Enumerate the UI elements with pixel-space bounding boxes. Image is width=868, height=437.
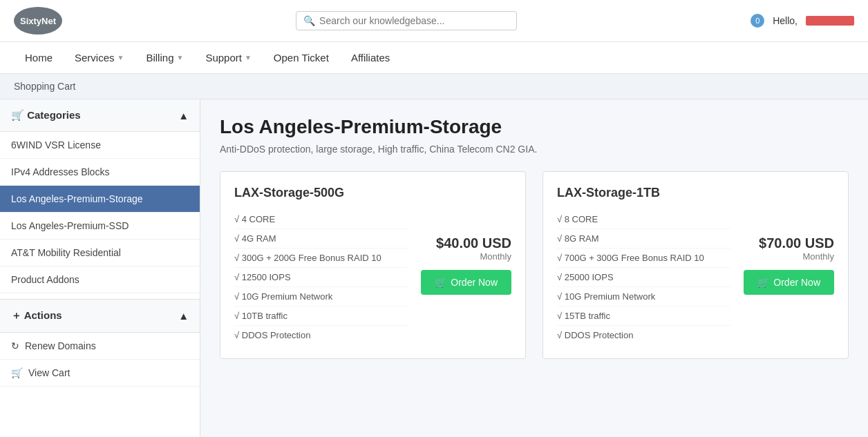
main-nav: Home Services ▼ Billing ▼ Support ▼ Open… xyxy=(0,42,868,74)
feature-500g-3: √ 12500 IOPS xyxy=(234,268,408,287)
cart-icon: 🛒 xyxy=(435,277,446,288)
categories-header[interactable]: 🛒 Categories ▲ xyxy=(0,99,200,132)
feature-1tb-4: √ 10G Premium Network xyxy=(557,287,730,307)
breadcrumb: Shopping Cart xyxy=(0,74,868,99)
hello-text: Hello, xyxy=(773,15,798,26)
sidebar: 🛒 Categories ▲ 6WIND VSR License IPv4 Ad… xyxy=(0,99,200,437)
product-pricing-500g: $40.00 USD Monthly xyxy=(436,235,511,262)
product-title-1tb: LAX-Storage-1TB xyxy=(557,186,730,200)
feature-500g-1: √ 4G RAM xyxy=(234,229,408,249)
card-features-500g: LAX-Storage-500G √ 4 CORE √ 4G RAM √ 300… xyxy=(234,186,408,344)
sidebar-item-att[interactable]: AT&T Mobility Residential xyxy=(0,240,200,266)
chevron-down-icon: ▼ xyxy=(245,54,252,61)
product-title-500g: LAX-Storage-500G xyxy=(234,186,408,200)
product-card-500g: LAX-Storage-500G √ 4 CORE √ 4G RAM √ 300… xyxy=(220,171,526,359)
feature-500g-5: √ 10TB traffic xyxy=(234,307,408,326)
actions-header[interactable]: ＋ Actions ▲ xyxy=(0,299,200,333)
search-bar: 🔍 xyxy=(296,11,517,30)
chevron-down-icon: ▼ xyxy=(176,54,183,61)
cart-icon: 🛒 xyxy=(757,277,769,288)
card-body-1tb: LAX-Storage-1TB √ 8 CORE √ 8G RAM √ 700G… xyxy=(557,186,834,344)
page-title: Los Angeles-Premium-Storage xyxy=(220,116,849,138)
feature-1tb-2: √ 700G + 300G Free Bonus RAID 10 xyxy=(557,249,730,268)
nav-affiliates[interactable]: Affiliates xyxy=(340,42,401,73)
product-cards: LAX-Storage-500G √ 4 CORE √ 4G RAM √ 300… xyxy=(220,171,849,359)
product-period-500g: Monthly xyxy=(436,251,511,262)
sidebar-view-cart[interactable]: 🛒 View Cart xyxy=(0,360,200,387)
sidebar-item-product-addons[interactable]: Product Addons xyxy=(0,266,200,293)
sidebar-renew-domains[interactable]: ↻ Renew Domains xyxy=(0,333,200,360)
feature-1tb-0: √ 8 CORE xyxy=(557,210,730,229)
feature-500g-4: √ 10G Premium Network xyxy=(234,287,408,307)
search-icon: 🔍 xyxy=(303,15,315,26)
order-button-1tb[interactable]: 🛒 Order Now xyxy=(744,270,834,295)
sidebar-item-la-ssd[interactable]: Los Angeles-Premium-SSD xyxy=(0,213,200,240)
plus-icon: ＋ xyxy=(11,309,21,321)
nav-support[interactable]: Support ▼ xyxy=(194,42,262,73)
product-pricing-1tb: $70.00 USD Monthly xyxy=(759,235,834,262)
card-features-1tb: LAX-Storage-1TB √ 8 CORE √ 8G RAM √ 700G… xyxy=(557,186,730,344)
header-right: 0 Hello, xyxy=(751,14,854,28)
product-price-1tb: $70.00 USD xyxy=(759,235,834,251)
feature-500g-2: √ 300G + 200G Free Bonus RAID 10 xyxy=(234,249,408,268)
feature-1tb-3: √ 25000 IOPS xyxy=(557,268,730,287)
product-card-1tb: LAX-Storage-1TB √ 8 CORE √ 8G RAM √ 700G… xyxy=(542,171,849,359)
product-period-1tb: Monthly xyxy=(759,251,834,262)
feature-1tb-5: √ 15TB traffic xyxy=(557,307,730,326)
chevron-up-icon: ▲ xyxy=(178,310,189,322)
feature-500g-6: √ DDOS Protection xyxy=(234,326,408,344)
cart-icon: 🛒 xyxy=(11,109,24,121)
sidebar-item-6wind[interactable]: 6WIND VSR License xyxy=(0,132,200,159)
chevron-up-icon: ▲ xyxy=(178,110,189,122)
renew-icon: ↻ xyxy=(11,340,19,351)
cart-icon: 🛒 xyxy=(11,367,23,378)
sidebar-item-la-storage[interactable]: Los Angeles-Premium-Storage xyxy=(0,186,200,213)
header: SixtyNet 🔍 0 Hello, xyxy=(0,0,868,42)
feature-1tb-6: √ DDOS Protection xyxy=(557,326,730,344)
card-right-1tb: $70.00 USD Monthly 🛒 Order Now xyxy=(737,186,834,344)
order-button-500g[interactable]: 🛒 Order Now xyxy=(421,270,511,295)
main-layout: 🛒 Categories ▲ 6WIND VSR License IPv4 Ad… xyxy=(0,99,868,437)
card-body-500g: LAX-Storage-500G √ 4 CORE √ 4G RAM √ 300… xyxy=(234,186,511,344)
nav-billing[interactable]: Billing ▼ xyxy=(135,42,194,73)
cart-badge[interactable]: 0 xyxy=(751,14,764,28)
nav-home[interactable]: Home xyxy=(14,42,64,73)
chevron-down-icon: ▼ xyxy=(117,54,124,61)
feature-1tb-1: √ 8G RAM xyxy=(557,229,730,249)
product-price-500g: $40.00 USD xyxy=(436,235,511,251)
feature-500g-0: √ 4 CORE xyxy=(234,210,408,229)
search-input[interactable] xyxy=(319,15,509,26)
user-name-redacted xyxy=(806,16,854,26)
nav-services[interactable]: Services ▼ xyxy=(64,42,135,73)
page-subtitle: Anti-DDoS protection, large storage, Hig… xyxy=(220,144,849,155)
main-content: Los Angeles-Premium-Storage Anti-DDoS pr… xyxy=(200,99,868,437)
logo[interactable]: SixtyNet xyxy=(14,7,62,35)
nav-open-ticket[interactable]: Open Ticket xyxy=(263,42,340,73)
card-right-500g: $40.00 USD Monthly 🛒 Order Now xyxy=(415,186,511,344)
sidebar-item-ipv4[interactable]: IPv4 Addresses Blocks xyxy=(0,159,200,186)
